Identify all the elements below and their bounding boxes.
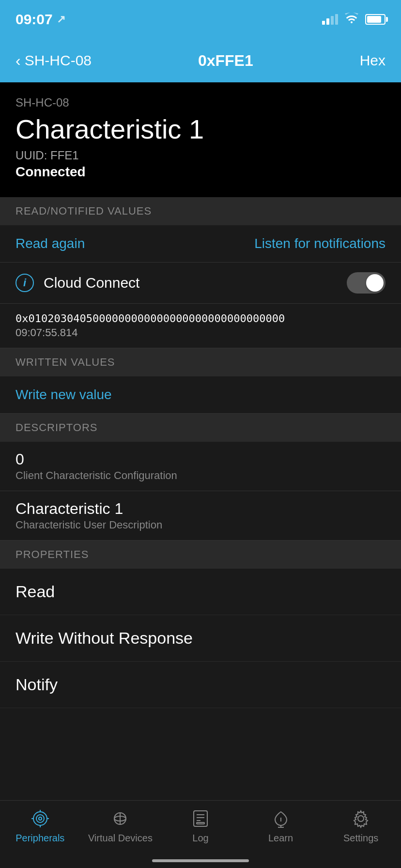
info-icon[interactable]: i [15,274,34,292]
tab-bar: Peripherals Virtual Devices Log [0,800,401,868]
back-button[interactable]: ‹ SH-HC-08 [15,52,92,70]
cloud-connect-toggle[interactable] [347,272,386,294]
nav-title: 0xFFE1 [198,52,253,70]
tab-learn-label: Learn [268,833,293,844]
property-name-0: Read [15,582,386,601]
listen-notifications-button[interactable]: Listen for notifications [254,236,386,251]
property-row-1: Write Without Response [0,615,401,662]
status-time: 09:07 [15,11,53,28]
property-name-2: Notify [15,675,386,694]
log-icon [189,807,212,830]
cloud-connect-row: i Cloud Connect [0,263,401,304]
tab-log[interactable]: Log [160,807,241,844]
read-notified-header: READ/NOTIFIED VALUES [0,197,401,225]
tab-peripherals-label: Peripherals [15,833,64,844]
tab-virtual-devices[interactable]: Virtual Devices [80,807,161,844]
signal-icon [322,14,338,25]
uuid-label: UUID: FFE1 [15,149,386,162]
status-time-container: 09:07 ↗ [15,11,65,28]
tab-log-label: Log [192,833,208,844]
svg-point-2 [39,817,42,820]
characteristic-title: Characteristic 1 [15,113,386,145]
tab-settings-label: Settings [343,833,378,844]
hex-value-row: 0x01020304050000000000000000000000000000… [0,304,401,348]
descriptor-value-0: 0 [15,450,386,468]
tab-settings[interactable]: Settings [321,807,401,844]
hex-button[interactable]: Hex [360,52,386,69]
svg-rect-14 [197,822,204,824]
toggle-knob [366,274,384,292]
device-info: SH-HC-08 Characteristic 1 UUID: FFE1 Con… [0,82,401,197]
descriptor-row-1: Characteristic 1 Characteristic User Des… [0,491,401,541]
location-arrow-icon: ↗ [57,13,65,26]
read-again-button[interactable]: Read again [15,236,85,251]
svg-point-1 [36,815,44,822]
descriptors-header: DESCRIPTORS [0,414,401,442]
status-bar: 09:07 ↗ [0,0,401,39]
descriptor-value-1: Characteristic 1 [15,500,386,518]
hex-timestamp: 09:07:55.814 [15,326,386,339]
peripherals-icon [29,807,51,830]
status-icons [322,13,386,26]
write-new-value-row: Write new value [0,376,401,414]
back-arrow-icon: ‹ [15,52,21,70]
property-name-1: Write Without Response [15,629,386,648]
tab-learn[interactable]: Learn [241,807,321,844]
device-label: SH-HC-08 [15,96,386,109]
back-label: SH-HC-08 [25,52,92,69]
descriptor-row-0: 0 Client Characteristic Configuration [0,442,401,491]
descriptor-label-1: Characteristic User Description [15,519,386,531]
svg-point-0 [33,812,47,825]
wifi-icon [345,13,358,26]
hex-value-text: 0x01020304050000000000000000000000000000… [15,312,386,325]
property-row-0: Read [0,569,401,615]
descriptor-label-0: Client Characteristic Configuration [15,469,386,482]
property-row-2: Notify [0,662,401,708]
connection-status: Connected [15,164,386,180]
home-indicator [152,859,249,862]
nav-bar: ‹ SH-HC-08 0xFFE1 Hex [0,39,401,82]
write-new-value-button[interactable]: Write new value [15,387,112,402]
virtual-devices-icon [109,807,131,830]
properties-header: PROPERTIES [0,541,401,569]
learn-icon [270,807,292,830]
svg-point-18 [358,816,364,822]
tab-peripherals[interactable]: Peripherals [0,807,80,844]
read-actions-row: Read again Listen for notifications [0,225,401,263]
cloud-connect-label: Cloud Connect [44,275,347,291]
settings-icon [350,807,372,830]
tab-virtual-devices-label: Virtual Devices [88,833,153,844]
written-values-header: WRITTEN VALUES [0,348,401,376]
battery-icon [365,14,386,25]
